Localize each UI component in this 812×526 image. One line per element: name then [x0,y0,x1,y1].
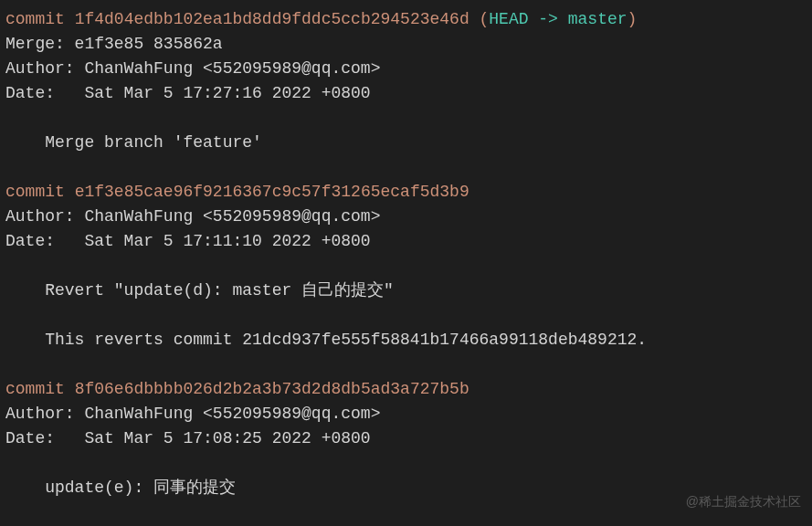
head-ref: HEAD -> [489,10,567,28]
commit-message: This reverts commit 21dcd937fe555f58841b… [5,328,807,352]
blank-line [5,254,807,279]
merge-line: Merge: e1f3e85 835862a [5,32,807,57]
ref-close: ) [627,10,638,28]
commit-label: commit [5,380,75,398]
git-log-output: commit 1f4d04edbb102ea1bd8dd9fddc5ccb294… [5,7,807,500]
commit-message: Revert "update(d): master 自己的提交" [5,279,807,303]
author-line: Author: ChanWahFung <552095989@qq.com> [5,57,807,81]
commit-line: commit 1f4d04edbb102ea1bd8dd9fddc5ccb294… [5,7,807,32]
commit-line: commit e1f3e85cae96f9216367c9c57f31265ec… [5,180,807,205]
blank-line [5,451,807,476]
branch-name: master [568,10,627,28]
author-line: Author: ChanWahFung <552095989@qq.com> [5,205,807,229]
commit-message: Merge branch 'feature' [5,131,807,155]
date-line: Date: Sat Mar 5 17:08:25 2022 +0800 [5,426,807,451]
date-line: Date: Sat Mar 5 17:27:16 2022 +0800 [5,81,807,106]
ref-open: ( [469,10,490,28]
blank-line [5,352,807,377]
watermark: @稀土掘金技术社区 [686,492,801,511]
commit-label: commit [5,10,75,28]
author-line: Author: ChanWahFung <552095989@qq.com> [5,402,807,426]
commit-hash: 1f4d04edbb102ea1bd8dd9fddc5ccb294523e46d [75,10,469,28]
blank-line [5,303,807,328]
date-line: Date: Sat Mar 5 17:11:10 2022 +0800 [5,229,807,254]
commit-label: commit [5,183,75,201]
blank-line [5,106,807,131]
blank-line [5,155,807,180]
commit-hash: 8f06e6dbbbb026d2b2a3b73d2d8db5ad3a727b5b [75,380,469,398]
commit-line: commit 8f06e6dbbbb026d2b2a3b73d2d8db5ad3… [5,377,807,402]
commit-hash: e1f3e85cae96f9216367c9c57f31265ecaf5d3b9 [75,183,469,201]
